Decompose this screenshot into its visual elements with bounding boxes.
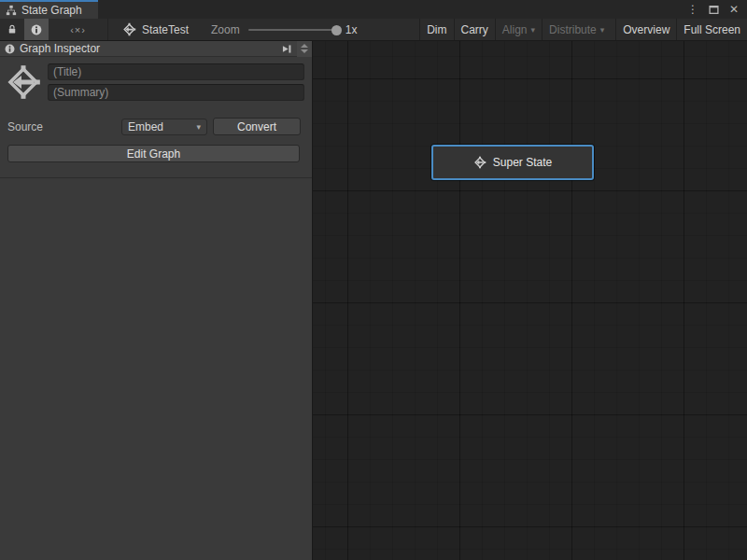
carry-label: Carry [461,23,488,36]
scroll-up-icon[interactable] [301,44,308,48]
lock-icon [7,23,18,35]
source-dropdown-value: Embed [128,120,196,133]
carry-button[interactable]: Carry [454,19,495,40]
graph-canvas[interactable]: Super State [313,41,747,560]
close-icon[interactable]: ✕ [729,4,739,15]
panel-scroll-buttons[interactable] [297,41,312,57]
state-graph-icon [122,22,136,36]
convert-label: Convert [237,120,276,133]
source-dropdown[interactable]: Embed ▾ [121,119,207,135]
graph-summary-input[interactable] [48,84,304,101]
tab-state-graph[interactable]: State Graph [0,0,98,19]
scroll-down-icon[interactable] [301,49,308,53]
graph-inspector-panel: Graph Inspector [0,41,313,560]
graph-title-input[interactable] [48,63,304,80]
breadcrumb-label: StateTest [142,23,189,36]
overview-button[interactable]: Overview [615,19,676,40]
zoom-value: 1x [345,23,358,36]
graph-hierarchy-icon [6,5,17,16]
inspector-empty-area [0,178,312,560]
graph-toolbar: ‹×› StateTest Zoom 1x Dim [0,19,747,41]
distribute-label: Distribute [549,23,597,36]
tabbar-spacer [98,0,687,19]
tab-title: State Graph [21,4,82,17]
main-area: Graph Inspector [0,41,747,560]
align-label: Align [502,23,528,36]
zoom-control: Zoom 1x [211,19,357,40]
code-view-button[interactable]: ‹×› [49,19,108,40]
zoom-label: Zoom [211,23,240,36]
tab-bar: State Graph ⋮ ✕ [0,0,747,19]
toolbar-spacer [357,19,419,40]
overview-label: Overview [623,23,669,36]
source-label: Source [7,120,121,133]
align-button[interactable]: Align ▾ [495,19,542,40]
node-label: Super State [493,156,552,169]
full-screen-button[interactable]: Full Screen [676,19,747,40]
full-screen-label: Full Screen [684,23,740,36]
graph-info-section [0,57,312,105]
convert-button[interactable]: Convert [213,118,301,135]
state-icon [473,156,486,169]
super-state-node[interactable]: Super State [431,145,594,180]
chevron-down-icon: ▾ [600,25,605,35]
zoom-slider-knob[interactable] [331,25,342,35]
dock-arrow-icon [280,43,293,55]
inspector-toggle-button[interactable] [24,19,49,40]
dim-button[interactable]: Dim [419,19,453,40]
window-controls: ⋮ ✕ [687,0,747,19]
graph-inspector-header: Graph Inspector [0,41,312,57]
info-icon [5,44,15,54]
dock-panel-button[interactable] [276,43,297,55]
panel-title: Graph Inspector [20,42,100,55]
chevron-down-icon: ▾ [531,25,536,35]
state-graph-window: State Graph ⋮ ✕ [0,0,747,560]
chevron-down-icon: ▾ [196,122,201,132]
edit-graph-label: Edit Graph [127,147,180,161]
code-icon: ‹×› [70,24,86,35]
distribute-button[interactable]: Distribute ▾ [542,19,611,40]
zoom-slider[interactable] [248,29,337,31]
dim-label: Dim [427,23,446,36]
edit-graph-button[interactable]: Edit Graph [7,145,300,162]
state-graph-icon-large [5,63,42,101]
source-row: Source Embed ▾ Convert [0,118,312,135]
maximize-icon[interactable] [709,5,719,15]
title-summary-fields [48,63,304,101]
info-icon [31,24,42,35]
lock-button[interactable] [0,19,24,40]
breadcrumb[interactable]: StateTest [122,19,189,40]
window-menu-icon[interactable]: ⋮ [687,4,698,15]
